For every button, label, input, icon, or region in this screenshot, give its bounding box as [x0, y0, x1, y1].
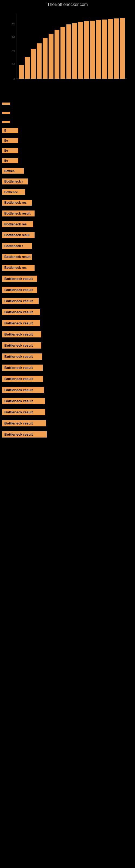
row-spacer	[2, 272, 135, 275]
row-spacer	[2, 218, 135, 221]
result-bar: Bottleneck r	[2, 179, 28, 184]
result-row: Bottleneck r	[2, 178, 135, 185]
result-row: Bo	[2, 137, 135, 144]
result-row: Bo	[2, 158, 135, 164]
row-spacer	[2, 372, 135, 375]
result-bar: Bottleneck result	[2, 376, 43, 382]
row-spacer	[2, 405, 135, 408]
result-bar: Bottleneck result	[2, 420, 46, 426]
result-row: Bottleneck result	[2, 297, 135, 305]
result-row: Bottleneck result	[2, 420, 135, 427]
row-spacer	[2, 175, 135, 178]
row-spacer	[2, 361, 135, 364]
svg-rect-18	[108, 19, 113, 79]
result-bar: Bottleneck result	[2, 387, 44, 393]
result-bar: Bottleneck result	[2, 353, 42, 360]
result-bar: Bottleneck result	[2, 254, 32, 260]
svg-rect-9	[54, 30, 59, 79]
result-bar: Bottleneck result	[2, 409, 45, 415]
result-bar: Bottlenec	[2, 189, 25, 195]
result-bar: Bottleneck result	[2, 211, 35, 216]
svg-text:40: 40	[12, 50, 15, 52]
result-row	[2, 102, 135, 105]
row-spacer	[2, 250, 135, 253]
svg-text:80: 80	[12, 22, 15, 25]
result-row: Bo	[2, 148, 135, 154]
svg-rect-5	[31, 49, 36, 79]
result-bar: Bottleneck result	[2, 320, 40, 326]
svg-rect-3	[19, 65, 24, 79]
svg-rect-4	[25, 57, 30, 79]
row-spacer	[2, 144, 135, 148]
result-row: Bottleneck result	[2, 375, 135, 382]
result-row: Bottleneck result	[2, 364, 135, 371]
result-bar: Bo	[2, 158, 18, 163]
row-spacer	[2, 154, 135, 158]
row-spacer	[2, 294, 135, 297]
result-bar	[2, 121, 10, 123]
result-bar: Bottleneck r	[2, 243, 32, 249]
svg-rect-6	[37, 43, 42, 79]
result-bar: Bo	[2, 148, 18, 153]
result-bar: Bottleneck result	[2, 298, 39, 304]
result-bar	[2, 102, 10, 105]
result-row: Bottleneck result	[2, 319, 135, 327]
main-chart: 0 20 40 60 80	[5, 11, 130, 87]
result-row	[2, 111, 135, 115]
svg-rect-15	[90, 21, 95, 79]
result-bar: Bottleneck res	[2, 199, 32, 206]
row-spacer	[2, 283, 135, 286]
result-bar: Bottleneck resul	[2, 232, 35, 238]
row-spacer	[2, 228, 135, 231]
site-title: TheBottlenecker.com	[0, 0, 135, 8]
svg-text:20: 20	[12, 63, 15, 66]
svg-rect-7	[43, 38, 48, 79]
result-row: Bottleneck result	[2, 308, 135, 316]
result-row: Bottleneck result	[2, 408, 135, 416]
result-bar: Bottleneck res	[2, 265, 35, 271]
chart-svg: 0 20 40 60 80	[5, 11, 130, 87]
result-bar: Bottleneck result	[2, 398, 45, 404]
row-spacer	[2, 428, 135, 431]
row-spacer	[2, 106, 135, 111]
result-row: Bottleneck result	[2, 253, 135, 260]
svg-rect-16	[96, 20, 101, 79]
result-bar: Bottleneck result	[2, 365, 43, 371]
result-row: Bottleneck result	[2, 353, 135, 360]
result-bar: Bottleneck result	[2, 309, 40, 315]
result-bar: B	[2, 128, 18, 133]
svg-text:60: 60	[12, 36, 15, 38]
svg-rect-8	[49, 34, 53, 79]
result-bar: Bottleneck result	[2, 431, 47, 437]
svg-rect-14	[84, 21, 89, 79]
row-spacer	[2, 416, 135, 420]
result-bar: Bottleneck result	[2, 287, 37, 293]
row-spacer	[2, 239, 135, 243]
result-row: Bottleneck result	[2, 210, 135, 217]
row-spacer	[2, 124, 135, 127]
svg-rect-12	[72, 23, 77, 79]
svg-rect-13	[78, 22, 83, 79]
row-spacer	[2, 328, 135, 331]
result-bar: Bo	[2, 138, 18, 143]
result-row	[2, 120, 135, 124]
svg-rect-10	[60, 27, 65, 79]
result-row: Bottleneck result	[2, 386, 135, 394]
svg-rect-19	[114, 19, 119, 79]
result-row: Bottleneck result	[2, 342, 135, 349]
result-bar: Bottleneck result	[2, 342, 41, 348]
svg-rect-11	[66, 24, 71, 79]
result-bar	[2, 112, 10, 114]
result-row: Bottleneck result	[2, 431, 135, 438]
svg-rect-20	[120, 18, 125, 79]
svg-text:0: 0	[13, 78, 15, 81]
row-spacer	[2, 134, 135, 137]
row-spacer	[2, 261, 135, 264]
result-row: Bottlen	[2, 167, 135, 174]
result-row: Bottleneck r	[2, 243, 135, 250]
result-row: Bottleneck res	[2, 264, 135, 271]
result-row: B	[2, 127, 135, 134]
result-row: Bottlenec	[2, 189, 135, 195]
result-row: Bottleneck result	[2, 275, 135, 282]
row-spacer	[2, 186, 135, 189]
